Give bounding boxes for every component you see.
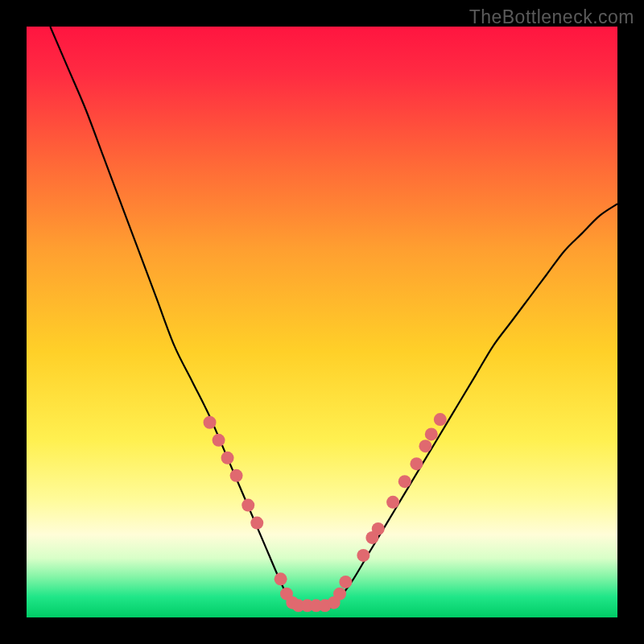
marker-point xyxy=(410,457,423,470)
marker-point xyxy=(434,413,447,426)
marker-point xyxy=(398,475,411,488)
marker-point xyxy=(333,588,346,601)
marker-point xyxy=(275,572,287,585)
marker-point xyxy=(419,440,431,452)
marker-point xyxy=(372,522,385,535)
marker-point xyxy=(221,452,234,464)
chart-curves xyxy=(27,27,617,617)
marker-point xyxy=(250,517,263,530)
marker-point xyxy=(425,427,438,440)
marker-point xyxy=(230,469,243,482)
curve-right-curve xyxy=(334,204,617,605)
chart-frame xyxy=(27,27,617,617)
watermark-text: TheBottleneck.com xyxy=(469,6,634,28)
marker-point xyxy=(339,576,352,588)
marker-point xyxy=(357,549,369,562)
marker-point xyxy=(213,434,225,447)
marker-point xyxy=(386,496,399,509)
marker-point xyxy=(204,416,217,429)
marker-point xyxy=(242,499,254,512)
